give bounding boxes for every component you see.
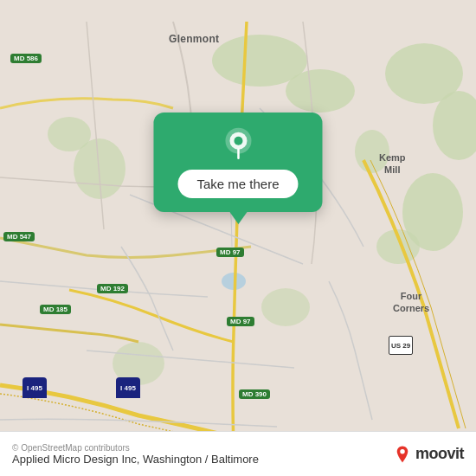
attribution-text: © OpenStreetMap contributors <box>12 443 259 453</box>
road-sign-us29: US 29 <box>389 336 413 355</box>
road-sign-i495-right: I 495 <box>116 377 140 398</box>
map-container: Glenmont KempMill FourCorners MD 586 MD … <box>0 0 476 476</box>
four-corners-label: FourCorners <box>393 290 429 315</box>
kemp-mill-label: KempMill <box>379 151 406 177</box>
svg-point-11 <box>261 288 310 326</box>
svg-point-15 <box>234 137 242 145</box>
bottom-bar: © OpenStreetMap contributors Applied Mic… <box>0 431 476 476</box>
svg-point-2 <box>286 69 355 113</box>
road-sign-md192: MD 192 <box>97 284 128 293</box>
road-sign-md185: MD 185 <box>40 305 71 314</box>
svg-point-16 <box>400 449 405 454</box>
moovit-pin-icon <box>393 445 412 464</box>
road-sign-md97-top: MD 97 <box>216 248 244 257</box>
glenmont-label: Glenmont <box>169 33 219 45</box>
location-pin-icon <box>221 126 255 161</box>
svg-point-9 <box>48 117 91 151</box>
moovit-logo: moovit <box>393 445 464 464</box>
road-sign-md547: MD 547 <box>3 232 35 241</box>
road-sign-md97-bottom: MD 97 <box>227 317 254 326</box>
road-sign-i495-left: I 495 <box>23 377 47 398</box>
bottom-info: © OpenStreetMap contributors Applied Mic… <box>12 443 259 466</box>
road-sign-md586: MD 586 <box>10 54 42 63</box>
take-me-there-button[interactable]: Take me there <box>177 170 298 198</box>
popup-card: Take me there <box>153 113 322 212</box>
road-sign-md390: MD 390 <box>239 389 270 399</box>
location-label: Applied Micro Design Inc, Washington / B… <box>12 453 259 466</box>
map-background <box>0 0 476 476</box>
moovit-brand-text: moovit <box>415 445 464 463</box>
